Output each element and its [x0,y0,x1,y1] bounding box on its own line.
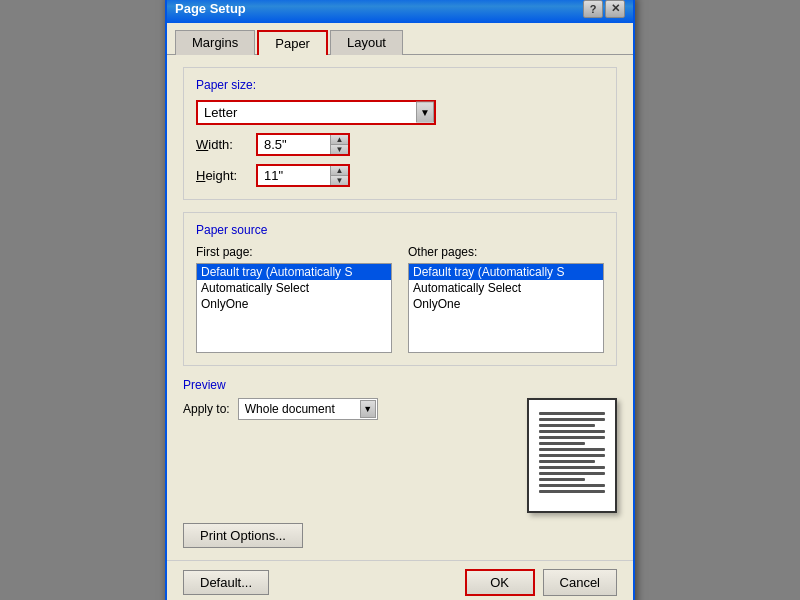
width-label: Width: [196,137,256,152]
height-row: Height: ▲ ▼ [196,164,604,187]
title-bar: Page Setup ? ✕ [167,0,633,23]
width-spin-up[interactable]: ▲ [331,135,348,145]
tabs-container: Margins Paper Layout [167,23,633,55]
apply-to-label: Apply to: [183,402,230,416]
first-page-listbox[interactable]: Default tray (Automatically S Automatica… [196,263,392,353]
bottom-buttons: Default... OK Cancel [167,560,633,601]
preview-legend: Preview [183,378,617,392]
height-spin-buttons: ▲ ▼ [330,166,348,185]
preview-line [539,436,605,439]
apply-to-row: Apply to: Whole document This section Th… [183,398,378,420]
preview-line [539,448,605,451]
paper-source-section: Paper source First page: Default tray (A… [183,212,617,366]
preview-line [539,490,605,493]
list-item[interactable]: Automatically Select [197,280,391,296]
list-item[interactable]: Default tray (Automatically S [409,264,603,280]
source-columns: First page: Default tray (Automatically … [196,245,604,353]
list-item[interactable]: Automatically Select [409,280,603,296]
preview-line [539,472,605,475]
paper-source-legend: Paper source [196,223,604,237]
width-row: Width: ▲ ▼ [196,133,604,156]
apply-to-select[interactable]: Whole document This section This point f… [238,398,378,420]
other-pages-label: Other pages: [408,245,604,259]
cancel-button[interactable]: Cancel [543,569,617,596]
tab-margins[interactable]: Margins [175,30,255,55]
preview-line [539,466,605,469]
preview-line [539,418,605,421]
print-options-button[interactable]: Print Options... [183,523,303,548]
list-item[interactable]: Default tray (Automatically S [197,264,391,280]
page-preview [527,398,617,513]
list-item[interactable]: OnlyOne [409,296,603,312]
dialog-title: Page Setup [175,1,246,16]
close-button[interactable]: ✕ [605,0,625,18]
preview-line [539,442,585,445]
preview-line [539,454,605,457]
paper-size-select[interactable]: Letter A4 Legal Executive A3 A5 [196,100,436,125]
page-setup-dialog: Page Setup ? ✕ Margins Paper Layout Pape… [165,0,635,600]
preview-line [539,460,595,463]
apply-to-select-wrapper: Whole document This section This point f… [238,398,378,420]
height-label: Height: [196,168,256,183]
width-spin-wrapper: ▲ ▼ [256,133,350,156]
height-underline: H [196,168,205,183]
tab-paper[interactable]: Paper [257,30,328,55]
preview-line [539,478,585,481]
first-page-label: First page: [196,245,392,259]
preview-line [539,430,605,433]
preview-line [539,484,605,487]
paper-size-legend: Paper size: [196,78,604,92]
preview-content: Apply to: Whole document This section Th… [183,398,617,513]
preview-line [539,424,595,427]
preview-left: Apply to: Whole document This section Th… [183,398,378,420]
dialog-body: Paper size: Letter A4 Legal Executive A3… [167,55,633,560]
preview-section: Preview Apply to: Whole document This se… [183,378,617,513]
height-spin-down[interactable]: ▼ [331,176,348,185]
paper-size-select-wrapper: Letter A4 Legal Executive A3 A5 ▼ [196,100,436,125]
preview-lines [529,400,615,503]
ok-button[interactable]: OK [465,569,535,596]
title-bar-controls: ? ✕ [583,0,625,18]
tab-layout[interactable]: Layout [330,30,403,55]
width-spin-buttons: ▲ ▼ [330,135,348,154]
height-spin-wrapper: ▲ ▼ [256,164,350,187]
default-button[interactable]: Default... [183,570,269,595]
width-spin-down[interactable]: ▼ [331,145,348,154]
paper-size-section: Paper size: Letter A4 Legal Executive A3… [183,67,617,200]
height-spin-up[interactable]: ▲ [331,166,348,176]
width-underline: W [196,137,208,152]
ok-cancel-group: OK Cancel [465,569,617,596]
print-options-row: Print Options... [183,523,617,548]
preview-line [539,412,605,415]
other-pages-col: Other pages: Default tray (Automatically… [408,245,604,353]
list-item[interactable]: OnlyOne [197,296,391,312]
first-page-col: First page: Default tray (Automatically … [196,245,392,353]
other-pages-listbox[interactable]: Default tray (Automatically S Automatica… [408,263,604,353]
help-button[interactable]: ? [583,0,603,18]
